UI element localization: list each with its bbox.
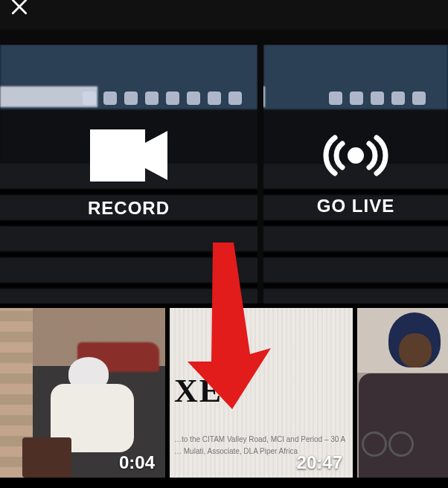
video-duration: 0:04 [119,452,155,473]
broadcast-icon [320,132,391,179]
doc-title-fragment: XES [174,372,243,410]
record-tile[interactable]: RECORD [0,45,257,304]
doc-subtitle: …to the CITAM Valley Road, MCI and Perio… [174,435,345,443]
svg-marker-3 [145,131,167,180]
svg-rect-2 [90,129,145,182]
go-live-tile[interactable]: GO LIVE [263,45,448,304]
gallery-thumb[interactable]: 0:04 [0,308,165,478]
gallery-thumb[interactable] [357,308,448,478]
video-camera-icon [90,129,167,182]
svg-point-4 [348,147,364,164]
close-icon [10,6,29,19]
gallery-thumb[interactable]: XES …to the CITAM Valley Road, MCI and P… [170,308,353,478]
record-label: RECORD [88,198,170,219]
gallery-row: 0:04 XES …to the CITAM Valley Road, MCI … [0,308,448,478]
go-live-label: GO LIVE [317,196,394,216]
camera-action-row: RECORD GO LIVE [0,30,448,304]
video-duration: 20:47 [297,452,342,473]
close-button[interactable] [10,0,32,19]
header-bar [0,0,448,30]
